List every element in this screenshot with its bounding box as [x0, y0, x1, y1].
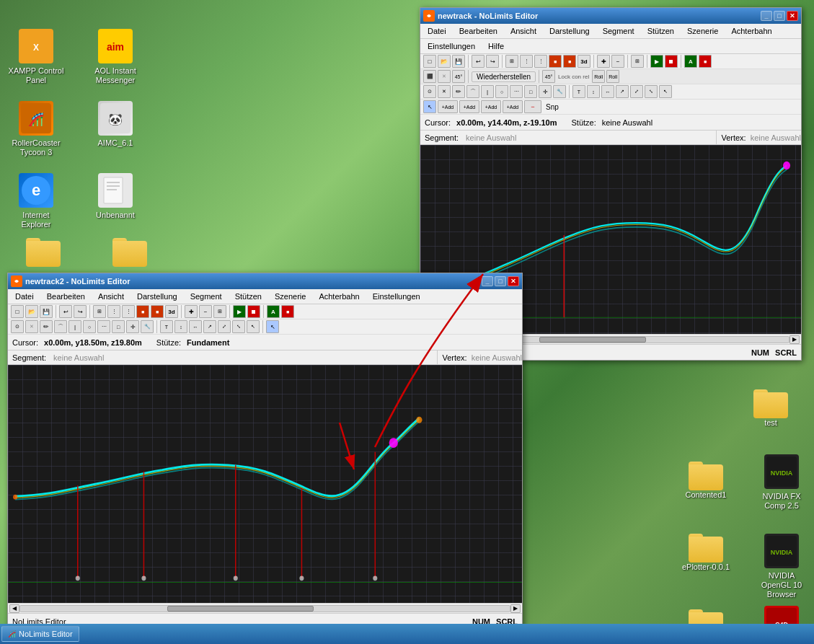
- tb4-add1[interactable]: +Add: [438, 100, 458, 113]
- tb1-text[interactable]: A: [684, 55, 697, 68]
- tb1-undo[interactable]: ↩: [472, 55, 485, 68]
- tb2-btn1[interactable]: ⬛: [423, 70, 436, 83]
- w2tb1-new[interactable]: □: [11, 305, 24, 318]
- desktop-icon-folder2[interactable]: [101, 238, 159, 267]
- w2tb1-red1[interactable]: ■: [136, 305, 149, 318]
- desktop-icon-folder1[interactable]: [14, 238, 72, 267]
- window1-scrollbar-thumb[interactable]: [539, 337, 646, 343]
- tb3-dots[interactable]: ⋯: [510, 85, 523, 98]
- w2-scroll-left-btn[interactable]: ◀: [9, 604, 19, 613]
- window2-menu-achterbahn[interactable]: Achterbahn: [314, 291, 363, 302]
- window2-scrollbar-thumb[interactable]: [167, 606, 314, 612]
- tb3-btn2[interactable]: ✕: [438, 85, 451, 98]
- tb3-line[interactable]: |: [481, 85, 494, 98]
- window2-menu-darstellung[interactable]: Darstellung: [133, 291, 182, 302]
- tb1-minus[interactable]: −: [611, 55, 624, 68]
- window2-scrollbar-track[interactable]: [19, 605, 510, 612]
- window2-menu-segment[interactable]: Segment: [186, 291, 226, 302]
- desktop-icon-nvidia-fx[interactable]: NVIDIA NVIDIA FX Comp 2.5: [753, 454, 810, 511]
- window2-titlebar[interactable]: newtrack2 - NoLimits Editor _ □ ✕: [8, 273, 522, 289]
- tb3-pencil[interactable]: ✏: [452, 85, 465, 98]
- w2tb2-t3[interactable]: ↔: [189, 320, 202, 333]
- tb3-btn1[interactable]: ⊙: [423, 85, 436, 98]
- tb2-btn2[interactable]: ✕: [438, 70, 451, 83]
- window2-menu-szenerie[interactable]: Szenerie: [270, 291, 310, 302]
- desktop-icon-rct[interactable]: 🎢 RollerCoaster Tycoon 3: [7, 101, 65, 157]
- window1-minimize-btn[interactable]: _: [761, 11, 772, 21]
- w2tb1-undo[interactable]: ↩: [59, 305, 72, 318]
- tb1-red3[interactable]: ■: [699, 55, 712, 68]
- tb1-redo[interactable]: ↪: [486, 55, 499, 68]
- tb1-3d[interactable]: 3d: [578, 55, 590, 68]
- w2tb1-red3[interactable]: ■: [281, 305, 294, 318]
- desktop-icon-ie[interactable]: e Internet Explorer: [7, 173, 65, 229]
- window2-menu-ansicht[interactable]: Ansicht: [94, 291, 128, 302]
- desktop-icon-test[interactable]: test: [742, 389, 800, 428]
- tb1-save[interactable]: 💾: [452, 55, 465, 68]
- window2-menu-einstellungen[interactable]: Einstellungen: [368, 291, 425, 302]
- tb1-stop[interactable]: ⏹: [665, 55, 678, 68]
- w2tb2-line[interactable]: |: [68, 320, 81, 333]
- desktop-icon-contented[interactable]: Contented1: [677, 462, 735, 500]
- w2tb1-open[interactable]: 📂: [25, 305, 38, 318]
- taskbar-btn-newtrack2[interactable]: 🎢 NoLimits Editor: [1, 626, 79, 642]
- desktop-icon-xampp[interactable]: X XAMPP Control Panel: [7, 29, 65, 85]
- tb3-t3[interactable]: ↔: [601, 85, 614, 98]
- tb4-del[interactable]: −: [524, 100, 541, 113]
- w2tb2-t7[interactable]: ↖: [247, 320, 260, 333]
- tb1-node2[interactable]: ⋮: [520, 55, 533, 68]
- window1-menu-achterbahn[interactable]: Achterbahn: [727, 25, 776, 37]
- w2tb1-red2[interactable]: ■: [151, 305, 164, 318]
- w2tb1-run[interactable]: ▶: [233, 305, 246, 318]
- window1-menu-einstellungen[interactable]: Einstellungen: [423, 40, 479, 52]
- w2tb1-grid[interactable]: ⊞: [213, 305, 226, 318]
- window2-maximize-btn[interactable]: □: [495, 276, 506, 286]
- tb3-t1[interactable]: T: [572, 85, 585, 98]
- tb2-deg45[interactable]: 45°: [452, 70, 465, 83]
- tb3-rect[interactable]: □: [524, 85, 537, 98]
- tb4-add3[interactable]: +Add: [481, 100, 501, 113]
- window2-canvas[interactable]: [8, 365, 522, 603]
- window1-menu-darstellung[interactable]: Darstellung: [545, 25, 594, 37]
- window1-maximize-btn[interactable]: □: [774, 11, 785, 21]
- tb4-select[interactable]: ↖: [423, 100, 436, 113]
- tb4-add2[interactable]: +Add: [459, 100, 479, 113]
- tb3-t6[interactable]: ⤡: [645, 85, 658, 98]
- desktop-icon-aol[interactable]: aim AOL Instant Messenger: [87, 29, 144, 85]
- tb1-open[interactable]: 📂: [438, 55, 451, 68]
- window2-hscrollbar[interactable]: ◀ ▶: [8, 603, 522, 613]
- desktop-icon-nvidia-ogl[interactable]: NVIDIA NVIDIA OpenGL 10 Browser: [753, 534, 810, 600]
- window1-menu-datei[interactable]: Datei: [423, 25, 451, 37]
- w2tb2-magnet[interactable]: 🔧: [141, 320, 154, 333]
- tb3-cross[interactable]: ✛: [539, 85, 552, 98]
- tb1-add[interactable]: ✚: [597, 55, 610, 68]
- w2tb2-btn2[interactable]: ✕: [25, 320, 38, 333]
- tb3-t7[interactable]: ↖: [659, 85, 672, 98]
- w2tb2-circle[interactable]: ○: [83, 320, 96, 333]
- tb2-deg45b[interactable]: 45°: [542, 70, 555, 83]
- window2-minimize-btn[interactable]: _: [482, 276, 493, 286]
- window2-menu-stuetzen[interactable]: Stützen: [231, 291, 266, 302]
- w2tb1-node2[interactable]: ⋮: [107, 305, 120, 318]
- window1-menu-ansicht[interactable]: Ansicht: [506, 25, 541, 37]
- window2-menu-bearbeiten[interactable]: Bearbeiten: [43, 291, 89, 302]
- w2tb2-t1[interactable]: T: [160, 320, 173, 333]
- window1-menu-bearbeiten[interactable]: Bearbeiten: [455, 25, 502, 37]
- w2tb2-t6[interactable]: ⤡: [232, 320, 245, 333]
- tb3-magnet[interactable]: 🔧: [553, 85, 566, 98]
- w2tb1-node3[interactable]: ⋮: [122, 305, 135, 318]
- w2tb2-t5[interactable]: ⤢: [218, 320, 231, 333]
- w2tb2-curve[interactable]: ⌒: [54, 320, 67, 333]
- w2tb2-btn1[interactable]: ⊙: [11, 320, 24, 333]
- tb1-red2[interactable]: ■: [563, 55, 576, 68]
- tb1-red1[interactable]: ■: [549, 55, 562, 68]
- window2-menu-datei[interactable]: Datei: [11, 291, 38, 302]
- window1-menu-szenerie[interactable]: Szenerie: [683, 25, 722, 37]
- tb2-roll[interactable]: Roll: [592, 70, 605, 83]
- desktop-icon-unbenannt[interactable]: Unbenannt: [87, 173, 144, 220]
- tb2-roll2[interactable]: Roll: [606, 70, 619, 83]
- w2tb1-add[interactable]: ✚: [185, 305, 198, 318]
- w2tb1-save[interactable]: 💾: [40, 305, 53, 318]
- window1-titlebar[interactable]: newtrack - NoLimits Editor _ □ ✕: [420, 8, 801, 24]
- scroll-right-btn[interactable]: ▶: [789, 335, 800, 344]
